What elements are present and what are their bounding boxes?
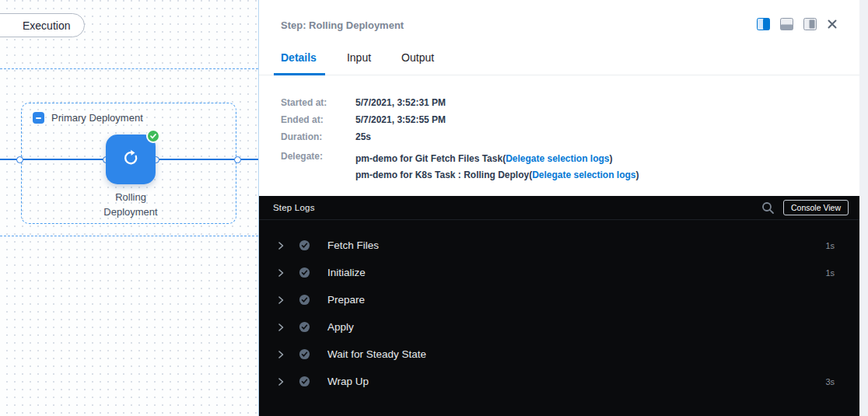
log-step-name: Apply [327,321,354,333]
group-title: Primary Deployment [51,112,143,124]
chevron-right-icon[interactable] [276,323,285,332]
connector-port [16,156,23,163]
layout-right-panel-icon[interactable] [757,18,770,33]
log-step-name: Wrap Up [327,376,369,387]
tab-input[interactable]: Input [347,51,371,64]
drawer-tabs: Details Input Output [281,51,434,64]
search-icon[interactable] [761,201,775,215]
success-check-icon [146,129,160,143]
delegate-line: pm-demo for Git Fetch Files Task(Delegat… [355,151,639,167]
step-success-check-icon [299,376,310,387]
log-step-row[interactable]: Wrap Up 3s [259,368,859,395]
execution-stage-label: Execution [23,19,70,32]
detail-row: Started at: 5/7/2021, 3:52:31 PM [281,96,639,109]
node-label: Rolling Deployment [75,190,187,219]
detail-value: 5/7/2021, 3:52:31 PM [355,96,446,109]
chevron-right-icon[interactable] [276,241,285,250]
refresh-icon [121,149,140,170]
log-step-row[interactable]: Prepare [259,286,859,313]
delegate-lines: pm-demo for Git Fetch Files Task(Delegat… [355,151,639,184]
log-step-name: Wait for Steady State [327,348,426,360]
chevron-right-icon[interactable] [276,350,285,359]
log-step-name: Initialize [327,267,366,278]
delegate-selection-logs-link[interactable]: Delegate selection logs [506,153,609,164]
chevron-right-icon[interactable] [276,268,285,278]
detail-label: Ended at: [281,114,355,126]
close-icon[interactable] [827,19,838,33]
step-logs-console: Step Logs Console View [259,196,859,416]
detail-row: Ended at: 5/7/2021, 3:52:55 PM [281,114,639,126]
log-step-row[interactable]: Wait for Steady State [259,341,859,368]
page-background-strip [859,0,868,416]
layout-minimized-panel-icon[interactable] [803,18,817,33]
tab-separator [259,75,860,75]
log-step-row[interactable]: Initialize 1s [259,259,859,286]
connector-port [234,156,241,163]
execution-stage-pill[interactable]: Execution [0,13,85,37]
detail-row: Duration: 25s [281,131,639,143]
detail-value: 25s [355,131,371,143]
delegate-selection-logs-link[interactable]: Delegate selection logs [532,170,635,180]
detail-label: Started at: [281,96,355,109]
log-step-row[interactable]: Apply [259,313,859,341]
log-rows: Fetch Files 1s Initialize 1s [259,220,859,395]
step-details-drawer: Step: Rolling Deployment [258,0,859,416]
stage-boundary-bottom [0,236,258,236]
pipeline-execution-page: Execution Primary Deployment Rolli [0,0,868,416]
chevron-right-icon[interactable] [276,295,285,305]
detail-value: 5/7/2021, 3:52:55 PM [355,114,446,126]
log-step-row[interactable]: Fetch Files 1s [259,232,859,259]
log-step-duration: 1s [825,241,835,250]
tab-details[interactable]: Details [281,51,317,64]
collapse-group-checkbox[interactable] [33,112,44,124]
step-success-check-icon [299,267,310,278]
tab-output[interactable]: Output [401,51,434,64]
log-step-name: Prepare [327,294,365,306]
layout-bottom-panel-icon[interactable] [780,18,793,33]
step-logs-header: Step Logs Console View [259,196,859,220]
pipeline-canvas[interactable]: Execution Primary Deployment Rolli [0,0,258,416]
details-rows: Started at: 5/7/2021, 3:52:31 PM Ended a… [281,96,639,143]
drawer-title: Step: Rolling Deployment [281,19,404,31]
step-success-check-icon [299,321,310,333]
console-view-button[interactable]: Console View [783,200,849,215]
step-success-check-icon [299,294,310,306]
delegate-label: Delegate: [281,151,355,184]
active-tab-underline [274,73,325,75]
delegate-row: Delegate: pm-demo for Git Fetch Files Ta… [281,151,639,184]
step-success-check-icon [299,348,310,360]
step-success-check-icon [299,239,310,251]
stage-boundary-top [0,68,258,69]
log-step-name: Fetch Files [327,239,379,251]
step-details: Started at: 5/7/2021, 3:52:31 PM Ended a… [281,96,639,184]
rolling-deployment-node[interactable] [106,135,156,184]
delegate-line: pm-demo for K8s Task : Rolling Deploy(De… [355,167,639,184]
chevron-right-icon[interactable] [276,377,285,386]
log-step-duration: 1s [825,268,835,278]
detail-label: Duration: [281,131,355,143]
log-step-duration: 3s [825,377,835,386]
step-logs-title: Step Logs [273,203,315,212]
